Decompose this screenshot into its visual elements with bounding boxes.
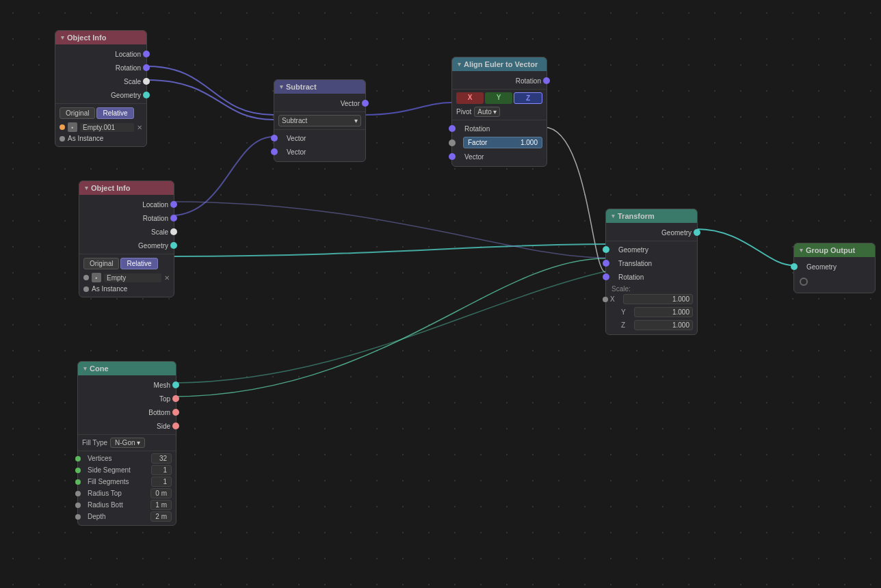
- fill-type-dropdown[interactable]: N-Gon ▾: [110, 438, 144, 448]
- sep1: [55, 103, 146, 104]
- sep2: [79, 254, 174, 254]
- label-scale2: Scale: [151, 228, 168, 236]
- collapse-arrow-2[interactable]: ▾: [85, 185, 88, 191]
- label-vec1-in: Vector: [287, 135, 306, 142]
- fill-type-row: Fill Type N-Gon ▾: [78, 436, 176, 449]
- obj-dot-2: [83, 275, 89, 280]
- field-side-seg-val[interactable]: 1: [151, 465, 172, 475]
- socket-row-geo-go-in: Geometry: [794, 260, 875, 273]
- obj-name-1[interactable]: Empty.001: [80, 123, 134, 132]
- group-output-header[interactable]: ▾ Group Output: [794, 243, 875, 257]
- collapse-arrow[interactable]: ▾: [61, 34, 64, 41]
- original-btn-1[interactable]: Original: [60, 107, 95, 119]
- socket-location-out[interactable]: [143, 51, 150, 57]
- obj-x-2[interactable]: ✕: [164, 274, 170, 282]
- collapse-arrow-align[interactable]: ▾: [458, 61, 461, 68]
- socket-row-geometry: Geometry: [55, 88, 146, 102]
- align-euler-header[interactable]: ▾ Align Euler to Vector: [452, 57, 547, 71]
- pivot-dropdown[interactable]: Auto ▾: [474, 107, 500, 117]
- socket-vertices[interactable]: [75, 456, 81, 462]
- label-location: Location: [115, 51, 141, 58]
- xyz-y-btn[interactable]: Y: [485, 92, 512, 104]
- subtract-header[interactable]: ▾ Subtract: [274, 80, 365, 94]
- socket-rot-trans-in[interactable]: [603, 273, 609, 280]
- socket-rot-out[interactable]: [543, 77, 550, 84]
- obj-row-2: ▪ Empty ✕: [79, 271, 174, 284]
- socket-rotation-out[interactable]: [143, 64, 150, 71]
- field-row-fill-seg: Fill Segments 1: [78, 476, 176, 487]
- label-top-out: Top: [159, 395, 170, 403]
- obj-x-1[interactable]: ✕: [137, 124, 142, 131]
- collapse-arrow-go[interactable]: ▾: [800, 247, 803, 254]
- object-info-2-header[interactable]: ▾ Object Info: [79, 181, 174, 195]
- collapse-arrow-cone[interactable]: ▾: [83, 365, 87, 372]
- fill-chevron: ▾: [137, 439, 140, 446]
- obj-name-2[interactable]: Empty: [104, 273, 161, 282]
- go-dot-socket[interactable]: [800, 278, 808, 286]
- socket-geo2-out[interactable]: [170, 242, 177, 249]
- socket-top-out[interactable]: [172, 395, 179, 402]
- socket-factor-in[interactable]: [449, 139, 456, 146]
- socket-rot2-out[interactable]: [170, 215, 177, 222]
- sep-sub2: [274, 129, 365, 130]
- transform-header[interactable]: ▾ Transform: [606, 209, 697, 223]
- socket-scale2-out[interactable]: [170, 228, 177, 235]
- socket-geometry-out[interactable]: [143, 92, 150, 98]
- socket-radius-bot[interactable]: [75, 503, 81, 508]
- socket-trans-in[interactable]: [603, 260, 609, 267]
- xyz-z-btn[interactable]: Z: [514, 92, 542, 104]
- check-row-2: As Instance: [79, 284, 174, 294]
- cone-header[interactable]: ▾ Cone: [78, 362, 176, 375]
- socket-row-mesh-out: Mesh: [78, 378, 176, 392]
- collapse-arrow-sub[interactable]: ▾: [280, 83, 283, 90]
- transform-title: Transform: [618, 212, 655, 220]
- socket-scale-x-in[interactable]: [603, 297, 608, 302]
- field-row-depth: Depth 2 m: [78, 511, 176, 522]
- socket-geo-trans-in[interactable]: [603, 246, 609, 253]
- relative-btn-2[interactable]: Relative: [120, 258, 157, 269]
- socket-vec-out[interactable]: [362, 100, 369, 107]
- as-instance-1: As Instance: [68, 135, 103, 142]
- socket-vec-align-in[interactable]: [449, 153, 456, 160]
- socket-side-out[interactable]: [172, 423, 179, 429]
- btn-row-2: Original Relative: [79, 256, 174, 271]
- socket-scale-out[interactable]: [143, 78, 150, 85]
- pivot-row: Pivot Auto ▾: [452, 105, 547, 118]
- socket-row-vec2-in: Vector: [274, 145, 365, 159]
- subtract-dropdown[interactable]: Subtract ▾: [278, 115, 361, 126]
- object-info-1-header[interactable]: ▾ Object Info: [55, 31, 146, 44]
- label-rot-trans-in: Rotation: [618, 273, 644, 281]
- subtract-title: Subtract: [286, 83, 317, 91]
- socket-row-trans-in: Translation: [606, 256, 697, 270]
- socket-side-seg[interactable]: [75, 468, 81, 473]
- scale-x-val[interactable]: 1.000: [623, 294, 693, 304]
- field-fill-seg-val[interactable]: 1: [151, 477, 172, 487]
- collapse-arrow-trans[interactable]: ▾: [612, 213, 615, 219]
- socket-mesh-out[interactable]: [172, 382, 179, 388]
- scale-z-val[interactable]: 1.000: [634, 320, 693, 330]
- field-depth-val[interactable]: 2 m: [150, 511, 172, 522]
- socket-radius-top[interactable]: [75, 491, 81, 496]
- socket-geo-go-in[interactable]: [791, 263, 798, 270]
- socket-geo-trans-out[interactable]: [694, 229, 700, 236]
- socket-vec2-in[interactable]: [271, 148, 278, 155]
- scale-y-val[interactable]: 1.000: [634, 307, 693, 317]
- socket-depth[interactable]: [75, 514, 81, 520]
- socket-rot-in[interactable]: [449, 125, 456, 132]
- subtract-body: Vector Subtract ▾ Vector Vector: [274, 94, 365, 161]
- relative-btn-1[interactable]: Relative: [96, 107, 133, 119]
- label-fill-seg: Fill Segments: [82, 478, 148, 485]
- socket-loc2-out[interactable]: [170, 201, 177, 208]
- socket-bottom-out[interactable]: [172, 409, 179, 416]
- label-rot-in: Rotation: [464, 125, 490, 133]
- field-radius-top-val[interactable]: 0 m: [150, 488, 172, 498]
- socket-vec1-in[interactable]: [271, 135, 278, 142]
- socket-fill-seg[interactable]: [75, 479, 81, 485]
- original-btn-2[interactable]: Original: [83, 258, 119, 269]
- check-row-1: As Instance: [55, 133, 146, 144]
- label-mesh-out: Mesh: [154, 382, 170, 389]
- xyz-x-btn[interactable]: X: [456, 92, 484, 104]
- field-radius-bot-val[interactable]: 1 m: [150, 500, 172, 510]
- factor-bar[interactable]: Factor 1.000: [463, 137, 542, 148]
- field-vertices-val[interactable]: 32: [151, 453, 172, 464]
